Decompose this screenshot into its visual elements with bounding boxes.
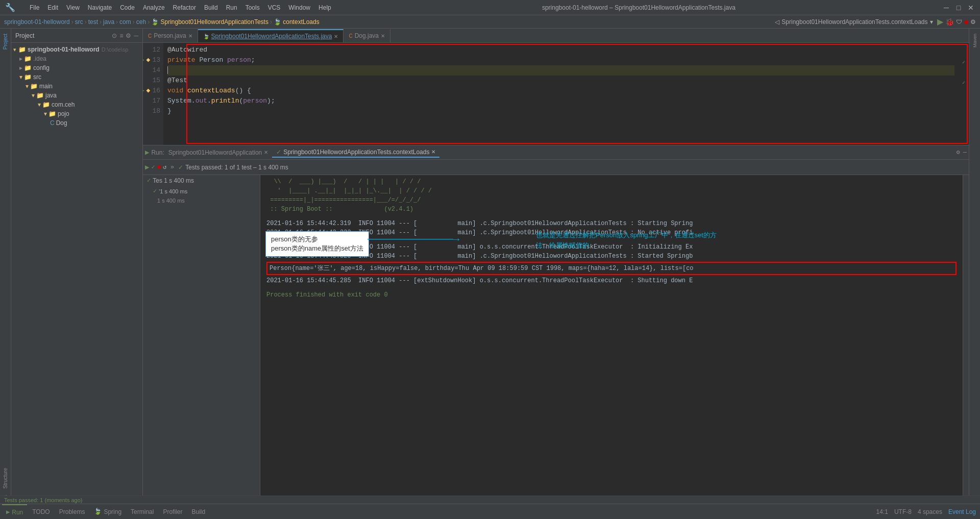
panel-close-icon[interactable]: ─ bbox=[134, 32, 138, 39]
debug-button[interactable]: 🐞 bbox=[945, 18, 954, 26]
tree-main[interactable]: ▾ 📁 main bbox=[11, 82, 142, 91]
dog-tab-icon: C bbox=[349, 33, 352, 39]
test-status-icon: ✓ bbox=[178, 164, 183, 171]
run-with-coverage-button[interactable]: 🛡 bbox=[956, 18, 962, 26]
tree-root[interactable]: ▾ 📁 springboot-01-helloword D:\code\sp bbox=[11, 45, 142, 54]
run-config-dropdown[interactable]: ▾ bbox=[930, 18, 933, 26]
run-tab-2[interactable]: ✓ Springboot01HellowordApplicationTests.… bbox=[272, 147, 439, 158]
pojo-label: pojo bbox=[58, 110, 69, 117]
menu-refactor[interactable]: Refactor bbox=[169, 3, 200, 12]
menu-window[interactable]: Window bbox=[284, 3, 314, 12]
bottom-tab-build[interactable]: Build bbox=[187, 504, 209, 519]
menu-run[interactable]: Run bbox=[222, 3, 241, 12]
status-position: 14:1 bbox=[876, 508, 888, 515]
settings-nav-button[interactable]: ⚙ bbox=[970, 18, 976, 26]
status-encoding: UTF-8 bbox=[894, 508, 912, 515]
menu-file[interactable]: File bbox=[26, 3, 43, 12]
bottom-tab-spring[interactable]: 🍃 Spring bbox=[90, 504, 126, 519]
tree-java[interactable]: ▾ 📁 java bbox=[11, 91, 142, 100]
bottom-tab-problems[interactable]: Problems bbox=[55, 504, 89, 519]
person-tab-label: Person.java bbox=[154, 32, 186, 39]
line-14-num: 14 bbox=[143, 65, 160, 76]
line-12-num: 12 bbox=[143, 45, 160, 55]
bottom-tab-profiler[interactable]: Profiler bbox=[159, 504, 186, 519]
tests-tab-close[interactable]: ✕ bbox=[334, 34, 338, 39]
nav-project[interactable]: springboot-01-helloword bbox=[4, 18, 70, 26]
panel-expand-icon[interactable]: ≡ bbox=[119, 32, 123, 39]
run-settings-icon[interactable]: ⚙ bbox=[957, 149, 960, 156]
pojo-expand-icon: ▾ bbox=[44, 110, 47, 117]
code-line-14 bbox=[167, 65, 954, 76]
run-tab1-close[interactable]: ✕ bbox=[264, 150, 268, 155]
test-item-2[interactable]: 1 s 400 ms bbox=[143, 196, 260, 205]
structure-tab[interactable]: Structure bbox=[2, 465, 9, 492]
menu-code[interactable]: Code bbox=[116, 3, 139, 12]
test-run-btn[interactable]: ▶ bbox=[145, 163, 149, 171]
run-tab2-close[interactable]: ✕ bbox=[431, 149, 435, 155]
run-config-prev[interactable]: ◁ bbox=[775, 18, 779, 26]
menu-build[interactable]: Build bbox=[200, 3, 222, 12]
tree-dog[interactable]: C Dog bbox=[11, 118, 142, 128]
close-button[interactable]: ✕ bbox=[967, 4, 975, 12]
bottom-tab-terminal[interactable]: Terminal bbox=[127, 504, 158, 519]
tab-person[interactable]: C Person.java ✕ bbox=[143, 29, 198, 42]
tree-com-ceh[interactable]: ▾ 📁 com.ceh bbox=[11, 100, 142, 109]
panel-settings-icon[interactable]: ⚙ bbox=[126, 32, 131, 39]
src-expand-icon: ▾ bbox=[19, 73, 22, 81]
project-tab[interactable]: Project bbox=[2, 31, 9, 53]
run-panel: ▶ Run: Springboot01HellowordApplication … bbox=[143, 145, 969, 519]
code-content[interactable]: @Autowired private Person person; @Test … bbox=[163, 43, 959, 145]
run-tab-1[interactable]: Springboot01HellowordApplication ✕ bbox=[164, 148, 272, 157]
menu-edit[interactable]: Edit bbox=[43, 3, 62, 12]
line-16-num: ▶◆16 bbox=[143, 86, 160, 96]
run-collapse-icon[interactable]: ─ bbox=[963, 149, 967, 156]
nav-class[interactable]: 🍃 Springboot01HellowordApplicationTests bbox=[151, 18, 268, 26]
app-window: 🔧 File Edit View Navigate Code Analyze R… bbox=[0, 0, 980, 519]
tree-config[interactable]: ▸ 📁 config bbox=[11, 63, 142, 72]
tree-pojo[interactable]: ▾ 📁 pojo bbox=[11, 109, 142, 118]
build-tab-label: Build bbox=[191, 508, 205, 515]
minimize-button[interactable]: ─ bbox=[942, 4, 950, 12]
test-item-1[interactable]: ✓ '1 s 400 ms bbox=[143, 186, 260, 196]
spring-tab-label: Spring bbox=[104, 508, 121, 515]
menu-tools[interactable]: Tools bbox=[241, 3, 264, 12]
nav-java[interactable]: java bbox=[103, 18, 114, 26]
tab-dog[interactable]: C Dog.java ✕ bbox=[344, 29, 390, 42]
run-button[interactable]: ▶ bbox=[937, 17, 943, 27]
menu-vcs[interactable]: VCS bbox=[264, 3, 285, 12]
java-label: java bbox=[45, 92, 57, 99]
console-output[interactable]: \\ / ___) |___) / / | | | | / / / ' |___… bbox=[260, 175, 963, 519]
maximize-button[interactable]: □ bbox=[954, 4, 963, 12]
dog-tab-close[interactable]: ✕ bbox=[381, 33, 385, 39]
console-empty-1 bbox=[266, 214, 957, 219]
nav-com[interactable]: com bbox=[119, 18, 131, 26]
bottom-tab-run[interactable]: ▶ Run bbox=[2, 504, 27, 519]
panel-locate-icon[interactable]: ⊙ bbox=[112, 32, 117, 39]
nav-test[interactable]: test bbox=[88, 18, 98, 26]
menu-navigate[interactable]: Navigate bbox=[84, 3, 116, 12]
console-scrollbar[interactable] bbox=[963, 175, 969, 519]
stop-button[interactable]: ■ bbox=[964, 18, 968, 26]
test-stop-btn[interactable]: ■ bbox=[157, 164, 161, 171]
menu-view[interactable]: View bbox=[62, 3, 84, 12]
nav-sep2: › bbox=[85, 18, 87, 26]
person-tab-close[interactable]: ✕ bbox=[188, 33, 192, 39]
bottom-tab-todo[interactable]: TODO bbox=[28, 504, 54, 519]
test-check-btn[interactable]: ✓ bbox=[151, 163, 155, 171]
tree-src[interactable]: ▾ 📁 src bbox=[11, 72, 142, 82]
nav-method[interactable]: 🍃 contextLoads bbox=[274, 18, 320, 26]
menu-analyze[interactable]: Analyze bbox=[139, 3, 169, 12]
tests-spring-icon: 🍃 bbox=[203, 34, 209, 39]
bottom-tabs: ▶ Run TODO Problems 🍃 Spring Terminal Pr… bbox=[0, 504, 209, 519]
menu-help[interactable]: Help bbox=[314, 3, 335, 12]
tab-springboot-tests[interactable]: 🍃 Springboot01HellowordApplicationTests.… bbox=[198, 29, 344, 42]
tree-idea[interactable]: ▸ 📁 .idea bbox=[11, 54, 142, 63]
run-icon[interactable]: ▶ bbox=[145, 148, 149, 157]
test-item-root[interactable]: ✓ Tes 1 s 400 ms bbox=[143, 175, 260, 186]
test-rerun-btn[interactable]: ↺ bbox=[163, 163, 166, 171]
event-log-link[interactable]: Event Log bbox=[948, 508, 976, 515]
nav-src[interactable]: src bbox=[75, 18, 83, 26]
maven-tab[interactable]: Maven bbox=[971, 31, 978, 51]
root-folder-icon: ▾ bbox=[13, 46, 16, 53]
nav-ceh[interactable]: ceh bbox=[136, 18, 146, 26]
